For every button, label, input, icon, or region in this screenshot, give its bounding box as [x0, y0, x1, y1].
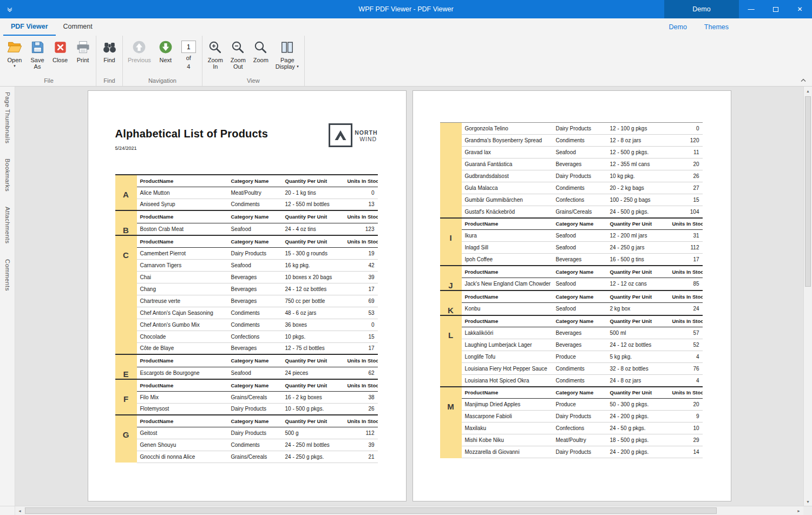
maximize-button[interactable] — [763, 0, 788, 18]
product-cell: 104 — [669, 206, 703, 218]
product-cell: 20 - 1 kg tins — [282, 187, 344, 199]
next-page-button[interactable]: Next — [154, 38, 177, 63]
scroll-up-icon[interactable]: ▲ — [804, 87, 812, 95]
save-as-label-line1: Save — [30, 57, 44, 63]
product-cell: 10 pkgs. — [282, 331, 344, 342]
product-cell: 24 - 12 oz bottles — [282, 283, 344, 295]
section-letter: L — [443, 331, 459, 340]
product-row: KonbuSeafood2 kg box24 — [440, 303, 703, 315]
tab-comment[interactable]: Comment — [56, 18, 100, 36]
table-header-row: BProductNameCategory NameQuantity Per Un… — [115, 210, 378, 223]
column-header: Units In Stock — [344, 235, 378, 247]
product-cell: 42 — [344, 259, 378, 271]
product-cell: Seafood — [553, 242, 607, 254]
product-cell: Aniseed Syrup — [137, 199, 228, 210]
pdf-page-2[interactable]: Gorgonzola TelinoDairy Products12 - 100 … — [412, 90, 731, 501]
column-header: Category Name — [228, 210, 282, 223]
product-cell: Grains/Cereals — [228, 391, 282, 403]
sidebar-item-bookmarks[interactable]: Bookmarks — [4, 159, 11, 192]
horizontal-scrollbar[interactable]: ◄ ► — [15, 506, 803, 515]
column-header: ProductName — [137, 415, 228, 427]
product-cell: Dairy Products — [553, 446, 607, 458]
ribbon-toolbar: Open ▼ Save As Close — [0, 36, 812, 87]
product-cell: 24 — [669, 303, 703, 315]
document-viewport[interactable]: Alphabetical List of Products 5/24/2021 … — [15, 87, 803, 506]
vertical-scroll-thumb[interactable] — [805, 96, 811, 287]
print-button[interactable]: Print — [71, 38, 94, 63]
sidebar-item-attachments[interactable]: Attachments — [4, 207, 11, 243]
product-cell: 11 — [669, 147, 703, 159]
save-as-button[interactable]: Save As — [26, 38, 49, 70]
horizontal-scroll-thumb[interactable] — [25, 507, 717, 514]
product-cell: 16 kg pkg. — [282, 259, 344, 271]
pdf-page-1[interactable]: Alphabetical List of Products 5/24/2021 … — [88, 90, 407, 501]
open-button[interactable]: Open ▼ — [3, 38, 26, 68]
column-header: Category Name — [553, 218, 607, 230]
ribbon-menu-chevron-icon[interactable] — [0, 0, 19, 18]
sidebar-item-page-thumbnails[interactable]: Page Thumbnails — [4, 92, 11, 143]
product-cell: Chef Anton's Cajun Seasoning — [137, 307, 228, 319]
product-cell: Ikura — [462, 230, 553, 242]
table-header-row: CProductNameCategory NameQuantity Per Un… — [115, 235, 378, 247]
product-cell: 62 — [344, 367, 378, 379]
demo-link[interactable]: Demo — [669, 23, 687, 31]
column-header: Category Name — [228, 235, 282, 247]
logo-text-line2: WIND — [355, 136, 377, 142]
product-cell: 32 - 8 oz bottles — [607, 363, 669, 375]
scroll-left-icon[interactable]: ◄ — [15, 506, 24, 515]
column-header: Quantity Per Unit — [282, 379, 344, 391]
page-display-button[interactable]: Page Display ▼ — [272, 38, 303, 70]
ribbon-collapse-icon[interactable] — [800, 77, 807, 83]
product-cell: 13 — [344, 199, 378, 210]
table-header-row: EProductNameCategory NameQuantity Per Un… — [115, 354, 378, 367]
minimize-button[interactable]: — — [739, 0, 763, 18]
product-cell: 17 — [669, 254, 703, 266]
page2-table: Gorgonzola TelinoDairy Products12 - 100 … — [440, 122, 703, 458]
titlebar-demo-tab[interactable]: Demo — [664, 0, 739, 18]
close-window-button[interactable]: ✕ — [788, 0, 812, 18]
product-cell: Laughing Lumberjack Lager — [462, 339, 553, 351]
product-cell: Chartreuse verte — [137, 295, 228, 307]
section-letter: G — [119, 430, 134, 439]
product-row: Gnocchi di nonna AliceGrains/Cereals24 -… — [115, 451, 378, 463]
close-document-button[interactable]: Close — [49, 38, 71, 63]
product-cell: 10 - 500 g pkgs. — [282, 403, 344, 415]
product-cell: Gustaf's Knäckebröd — [462, 206, 553, 218]
product-cell: 24 - 200 g pkgs. — [607, 411, 669, 422]
product-row: LakkalikööriBeverages500 ml57 — [440, 327, 703, 339]
zoom-out-button[interactable]: Zoom Out — [227, 38, 250, 70]
product-cell: Gravad lax — [462, 147, 553, 159]
column-header: Category Name — [228, 175, 282, 187]
product-cell: Seafood — [553, 303, 607, 315]
product-cell: 26 — [344, 403, 378, 415]
product-cell: 15 - 300 g rounds — [282, 247, 344, 259]
previous-page-button[interactable]: Previous — [125, 38, 154, 63]
product-cell: Seafood — [228, 223, 282, 235]
section-letter: A — [119, 190, 134, 199]
scroll-down-icon[interactable]: ▼ — [804, 497, 812, 506]
vertical-scrollbar[interactable]: ▲ ▼ — [803, 87, 812, 506]
zoom-button[interactable]: Zoom — [250, 38, 272, 63]
chevron-down-icon: ▼ — [13, 64, 16, 68]
column-header: ProductName — [462, 290, 553, 303]
product-cell: 29 — [669, 434, 703, 446]
product-cell: 112 — [669, 242, 703, 254]
tab-pdf-viewer[interactable]: PDF Viewer — [3, 18, 56, 36]
product-cell: 12 - 500 g pkgs. — [607, 147, 669, 159]
scroll-right-icon[interactable]: ► — [794, 506, 803, 515]
chevron-down-icon: ▼ — [296, 65, 299, 68]
column-header: Quantity Per Unit — [607, 290, 669, 303]
zoom-in-button[interactable]: Zoom In — [204, 38, 227, 70]
next-label: Next — [159, 57, 172, 63]
ribbon-group-view: Zoom In Zoom Out Zoom — [202, 36, 305, 86]
northwind-logo: NORTH WIND — [329, 123, 377, 147]
themes-link[interactable]: Themes — [704, 23, 729, 31]
product-cell: 12 - 355 ml cans — [607, 159, 669, 170]
product-cell: Louisiana Fiery Hot Pepper Sauce — [462, 363, 553, 375]
page-number-input[interactable] — [181, 41, 196, 53]
product-cell: 20 - 2 kg bags — [607, 182, 669, 194]
sidebar-item-comments[interactable]: Comments — [4, 259, 11, 291]
find-button[interactable]: Find — [98, 38, 121, 63]
product-cell: Seafood — [553, 230, 607, 242]
page-total-label: 4 — [187, 63, 190, 70]
